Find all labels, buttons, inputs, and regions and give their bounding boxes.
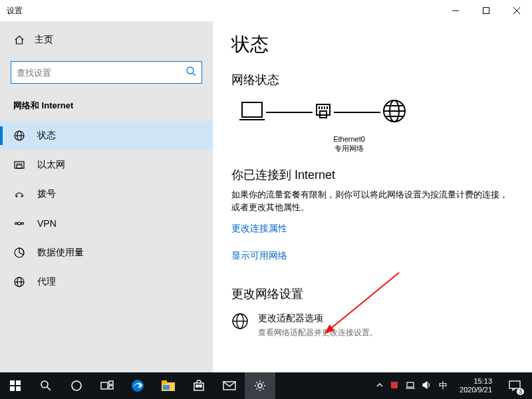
svg-point-57 (258, 384, 262, 388)
settings-taskbar-button[interactable] (245, 372, 275, 399)
svg-point-15 (21, 196, 23, 197)
sidebar-item-label: 以太网 (37, 159, 65, 171)
taskview-button[interactable] (92, 372, 122, 399)
status-icon (13, 130, 25, 142)
sidebar-item-status[interactable]: 状态 (0, 121, 213, 150)
window-controls (440, 0, 532, 21)
adapter-text: 更改适配器选项 查看网络适配器并更改连接设置。 (258, 313, 378, 338)
proxy-icon (13, 276, 25, 288)
close-button[interactable] (501, 0, 532, 21)
svg-point-17 (22, 223, 24, 225)
svg-rect-48 (109, 386, 113, 389)
search-icon (186, 66, 196, 79)
adapter-title: 更改适配器选项 (258, 313, 378, 325)
sidebar-item-dialup[interactable]: 拨号 (0, 180, 213, 209)
taskbar-search-button[interactable] (31, 372, 61, 399)
settings-window: 设置 主页 网络和 Internet 状态 (0, 0, 532, 372)
ethernet-icon (13, 159, 25, 171)
network-diagram (238, 97, 513, 128)
search-container (11, 61, 202, 84)
sidebar-item-label: VPN (37, 218, 57, 229)
edge-button[interactable] (122, 372, 153, 399)
diagram-line (266, 112, 313, 113)
svg-rect-24 (317, 104, 330, 115)
show-networks-link[interactable]: 显示可用网络 (231, 250, 287, 262)
computer-icon (238, 97, 266, 128)
sidebar-item-label: 代理 (37, 276, 56, 288)
svg-rect-1 (483, 8, 489, 14)
svg-rect-59 (407, 382, 414, 387)
svg-rect-53 (194, 383, 203, 390)
svg-rect-55 (200, 385, 201, 387)
sidebar-item-proxy[interactable]: 代理 (0, 267, 213, 297)
vpn-icon (13, 217, 25, 229)
svg-rect-40 (16, 380, 21, 385)
sidebar-item-datausage[interactable]: 数据使用量 (0, 238, 213, 267)
diagram-caption: Ethernet0 专用网络 (293, 134, 406, 154)
main-content: 状态 网络状态 Ethernet0 专用网络 你已连接到 Internet 如果… (213, 21, 532, 372)
mail-button[interactable] (214, 372, 245, 399)
adapter-subtitle: 查看网络适配器并更改连接设置。 (258, 327, 378, 338)
svg-rect-51 (162, 380, 167, 384)
explorer-button[interactable] (153, 372, 184, 399)
router-icon (313, 100, 334, 124)
svg-rect-42 (16, 386, 21, 391)
taskbar-left (0, 372, 275, 399)
svg-rect-47 (109, 381, 113, 384)
window-title: 设置 (7, 5, 23, 17)
dialup-icon (13, 188, 25, 200)
titlebar: 设置 (0, 0, 532, 21)
svg-line-44 (47, 387, 51, 390)
search-input[interactable] (17, 68, 186, 78)
tray-chevron-icon[interactable] (376, 381, 383, 390)
svg-rect-61 (509, 381, 520, 388)
svg-point-45 (72, 381, 81, 390)
sidebar-item-ethernet[interactable]: 以太网 (0, 150, 213, 180)
adapter-icon (231, 313, 249, 338)
notification-badge: 3 (517, 388, 524, 395)
clock-date: 2020/9/21 (460, 386, 492, 394)
svg-point-16 (15, 223, 17, 225)
home-label: 主页 (35, 34, 53, 46)
diagram-line (334, 112, 380, 113)
svg-point-43 (41, 381, 48, 388)
connected-description: 如果你的流量套餐有限制，则你可以将此网络设置为按流量计费的连接，或者更改其他属性… (231, 188, 513, 214)
sidebar-item-label: 数据使用量 (37, 247, 84, 259)
tray-security-icon[interactable] (390, 380, 399, 392)
taskbar-right: 中 15:13 2020/9/21 3 (376, 372, 532, 399)
globe-icon (380, 97, 408, 128)
svg-rect-52 (163, 385, 170, 390)
sidebar-item-vpn[interactable]: VPN (0, 209, 213, 238)
cortana-button[interactable] (61, 372, 92, 399)
tray-network-icon[interactable] (406, 380, 415, 392)
notification-button[interactable]: 3 (501, 372, 528, 399)
connected-title: 你已连接到 Internet (231, 167, 513, 183)
start-button[interactable] (0, 372, 31, 399)
datausage-icon (13, 247, 25, 259)
sidebar-item-label: 拨号 (37, 188, 56, 200)
home-icon (13, 34, 25, 46)
system-tray[interactable] (376, 380, 431, 392)
taskbar: 中 15:13 2020/9/21 3 (0, 372, 532, 399)
svg-rect-41 (10, 386, 15, 391)
change-network-heading: 更改网络设置 (231, 286, 513, 302)
adapter-options-row[interactable]: 更改适配器选项 查看网络适配器并更改连接设置。 (231, 313, 513, 338)
search-box[interactable] (11, 61, 202, 84)
window-body: 主页 网络和 Internet 状态 以太网 拨号 (0, 21, 532, 372)
network-status-heading: 网络状态 (231, 72, 513, 88)
svg-rect-10 (17, 165, 22, 168)
svg-point-4 (187, 67, 194, 74)
ime-indicator[interactable]: 中 (436, 380, 450, 392)
svg-line-5 (193, 73, 196, 76)
sidebar-section-label: 网络和 Internet (0, 96, 213, 121)
taskbar-clock[interactable]: 15:13 2020/9/21 (456, 377, 496, 394)
store-button[interactable] (184, 372, 214, 399)
page-title: 状态 (231, 32, 513, 57)
change-connection-link[interactable]: 更改连接属性 (231, 223, 287, 235)
home-link[interactable]: 主页 (0, 27, 213, 53)
maximize-button[interactable] (471, 0, 501, 21)
minimize-button[interactable] (440, 0, 471, 21)
svg-rect-39 (10, 380, 15, 385)
svg-rect-46 (101, 382, 108, 389)
tray-volume-icon[interactable] (422, 380, 431, 392)
